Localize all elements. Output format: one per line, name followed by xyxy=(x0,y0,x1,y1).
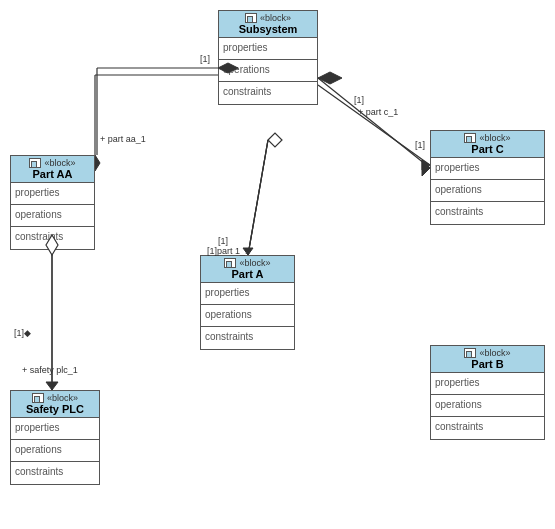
svg-line-3 xyxy=(248,140,268,255)
part-c-operations: operations xyxy=(431,180,544,202)
subsystem-name: Subsystem xyxy=(223,23,313,35)
part-c-stereotype: «block» xyxy=(435,133,540,143)
svg-line-20 xyxy=(318,78,430,168)
safety-plc-properties: properties xyxy=(11,418,99,440)
subsystem-stereotype: «block» xyxy=(223,13,313,23)
svg-marker-28 xyxy=(46,382,58,390)
part-a-properties: properties xyxy=(201,283,294,305)
svg-text:+ part c_1: + part c_1 xyxy=(358,107,398,117)
block-part-a: «block» Part A properties operations con… xyxy=(200,255,295,350)
part-b-constraints: constraints xyxy=(431,417,544,439)
svg-marker-22 xyxy=(422,160,430,176)
part-aa-name: Part AA xyxy=(15,168,90,180)
block-icon-part-c xyxy=(464,133,476,143)
part-aa-constraints: constraints xyxy=(11,227,94,249)
part-a-stereotype: «block» xyxy=(205,258,290,268)
part-c-header: «block» Part C xyxy=(431,131,544,158)
part-b-name: Part B xyxy=(435,358,540,370)
svg-text:[1]: [1] xyxy=(354,95,364,105)
part-aa-properties: properties xyxy=(11,183,94,205)
block-icon-part-a xyxy=(224,258,236,268)
part-b-properties: properties xyxy=(431,373,544,395)
part-c-properties: properties xyxy=(431,158,544,180)
block-part-b: «block» Part B properties operations con… xyxy=(430,345,545,440)
svg-line-5 xyxy=(318,85,430,165)
block-subsystem: «block» Subsystem properties operations … xyxy=(218,10,318,105)
svg-text:+ safety plc_1: + safety plc_1 xyxy=(22,365,78,375)
svg-text:[1]: [1] xyxy=(218,236,228,246)
svg-marker-21 xyxy=(318,72,342,84)
subsystem-header: «block» Subsystem xyxy=(219,11,317,38)
svg-marker-6 xyxy=(422,160,430,170)
part-b-header: «block» Part B xyxy=(431,346,544,373)
block-icon-subsystem xyxy=(245,13,257,23)
block-icon-safety-plc xyxy=(32,393,44,403)
svg-marker-17 xyxy=(243,248,253,255)
safety-plc-header: «block» Safety PLC xyxy=(11,391,99,418)
safety-plc-name: Safety PLC xyxy=(15,403,95,415)
part-c-constraints: constraints xyxy=(431,202,544,224)
part-a-constraints: constraints xyxy=(201,327,294,349)
block-icon-part-b xyxy=(464,348,476,358)
block-icon-part-aa xyxy=(29,158,41,168)
svg-text:[1]◆: [1]◆ xyxy=(14,328,31,338)
part-b-stereotype: «block» xyxy=(435,348,540,358)
safety-plc-constraints: constraints xyxy=(11,462,99,484)
svg-marker-16 xyxy=(268,133,282,147)
subsystem-constraints: constraints xyxy=(219,82,317,104)
part-a-name: Part A xyxy=(205,268,290,280)
part-c-name: Part C xyxy=(435,143,540,155)
part-b-operations: operations xyxy=(431,395,544,417)
svg-line-9 xyxy=(248,140,268,255)
block-part-aa: «block» Part AA properties operations co… xyxy=(10,155,95,250)
block-safety-plc: «block» Safety PLC properties operations… xyxy=(10,390,100,485)
safety-plc-operations: operations xyxy=(11,440,99,462)
svg-line-15 xyxy=(248,140,268,255)
part-a-header: «block» Part A xyxy=(201,256,294,283)
part-aa-header: «block» Part AA xyxy=(11,156,94,183)
safety-plc-stereotype: «block» xyxy=(15,393,95,403)
svg-text:[1]: [1] xyxy=(415,140,425,150)
part-aa-operations: operations xyxy=(11,205,94,227)
part-aa-stereotype: «block» xyxy=(15,158,90,168)
svg-text:+ part aa_1: + part aa_1 xyxy=(100,134,146,144)
part-a-operations: operations xyxy=(201,305,294,327)
subsystem-properties: properties xyxy=(219,38,317,60)
diagram-container: «block» Subsystem properties operations … xyxy=(0,0,555,529)
svg-text:[1]: [1] xyxy=(200,54,210,64)
subsystem-operations: operations xyxy=(219,60,317,82)
block-part-c: «block» Part C properties operations con… xyxy=(430,130,545,225)
